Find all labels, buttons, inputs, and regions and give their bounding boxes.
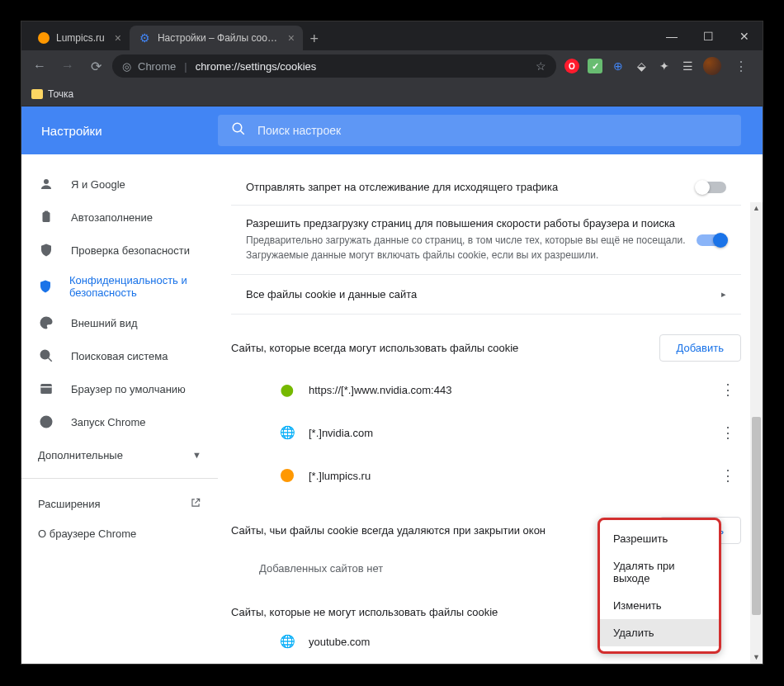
external-link-icon: [190, 497, 201, 511]
browser-icon: [38, 381, 54, 396]
globe-icon: 🌐: [279, 633, 295, 650]
all-cookies-label: Все файлы cookie и данные сайта: [246, 288, 417, 300]
context-menu: Разрешить Удалять при выходе Изменить Уд…: [597, 518, 721, 654]
bookmark-star-icon[interactable]: ☆: [536, 59, 546, 73]
scroll-down-arrow[interactable]: ▼: [750, 651, 763, 664]
dnt-toggle[interactable]: [697, 182, 726, 193]
sidebar-item-privacy[interactable]: Конфиденциальность и безопасность: [21, 267, 218, 306]
sidebar-item-label: Я и Google: [71, 178, 125, 191]
setting-text: Отправлять запрет на отслеживание для ис…: [246, 181, 697, 193]
svg-point-5: [40, 350, 50, 359]
vertical-scrollbar[interactable]: ▲ ▼: [750, 202, 763, 664]
cube-extension-icon[interactable]: ⬙: [634, 59, 649, 73]
minimize-button[interactable]: —: [654, 21, 690, 50]
chrome-icon: ◎: [122, 60, 131, 73]
adguard-extension-icon[interactable]: ✓: [588, 59, 602, 73]
extensions-menu-icon[interactable]: ✦: [657, 59, 672, 73]
sidebar-item-startup[interactable]: Запуск Chrome: [21, 405, 218, 438]
omnibox[interactable]: ◎ Chrome | chrome://settings/cookies ☆: [112, 54, 556, 78]
new-tab-button[interactable]: +: [303, 27, 326, 50]
sidebar-item-default-browser[interactable]: Браузер по умолчанию: [21, 372, 218, 405]
svg-line-6: [48, 357, 52, 362]
opera-extension-icon[interactable]: O: [564, 59, 579, 73]
maximize-button[interactable]: ☐: [690, 21, 726, 50]
shield-icon: [38, 279, 53, 294]
sidebar-item-google[interactable]: Я и Google: [21, 168, 218, 201]
sidebar-about-label: О браузере Chrome: [38, 528, 136, 540]
tab-favicon-orange: [38, 32, 50, 44]
tab-close-icon[interactable]: ×: [288, 31, 295, 45]
site-more-button[interactable]: ⋮: [715, 419, 741, 446]
scroll-thumb[interactable]: [752, 417, 761, 615]
back-button[interactable]: ←: [28, 54, 51, 78]
shield-check-icon: [38, 243, 54, 258]
close-button[interactable]: ✕: [726, 21, 763, 50]
page-title: Настройки: [21, 124, 218, 138]
preload-toggle[interactable]: [697, 234, 726, 246]
sidebar-advanced-label: Дополнительные: [38, 449, 123, 461]
sidebar-item-autofill[interactable]: Автозаполнение: [21, 201, 218, 234]
tab-strip: Lumpics.ru × ⚙ Настройки – Файлы cookie …: [21, 21, 654, 50]
sidebar-item-label: Браузер по умолчанию: [71, 383, 186, 395]
search-icon: [231, 121, 246, 140]
person-icon: [38, 177, 54, 192]
all-cookies-link[interactable]: Все файлы cookie и данные сайта ▸: [231, 275, 741, 315]
site-url: [*.]lumpics.ru: [309, 470, 701, 482]
scroll-up-arrow[interactable]: ▲: [750, 202, 763, 215]
section-title: Сайты, чьи файлы cookie всегда удаляются…: [231, 524, 545, 537]
site-row: ⬤ https://[*.]www.nvidia.com:443 ⋮: [231, 368, 741, 411]
sidebar-item-label: Запуск Chrome: [71, 416, 146, 428]
section-allow: Сайты, которые всегда могут использовать…: [231, 334, 741, 497]
search-settings[interactable]: [218, 115, 741, 146]
globe-extension-icon[interactable]: ⊕: [611, 59, 626, 73]
tab-favicon-gear: ⚙: [139, 32, 151, 44]
profile-avatar[interactable]: [703, 57, 721, 75]
section-title: Сайты, которые всегда могут использовать…: [231, 342, 518, 354]
sidebar-footer: Расширения О браузере Chrome: [21, 489, 218, 548]
sidebar-advanced[interactable]: Дополнительные ▼: [21, 438, 218, 471]
site-row: [*.]lumpics.ru ⋮: [231, 454, 741, 497]
site-more-button[interactable]: ⋮: [715, 462, 741, 489]
bookmarks-bar: Точка: [21, 82, 763, 106]
settings-page: Настройки Я и Google Автозаполнение: [21, 106, 763, 664]
site-more-button[interactable]: ⋮: [715, 376, 741, 403]
svg-rect-3: [43, 212, 50, 222]
nvidia-icon: ⬤: [279, 381, 295, 398]
power-icon: [38, 414, 54, 429]
ctx-delete[interactable]: Удалить: [600, 619, 719, 646]
ctx-allow[interactable]: Разрешить: [600, 525, 719, 552]
chrome-menu-icon[interactable]: ⋮: [730, 59, 753, 74]
sidebar-extensions-label: Расширения: [38, 498, 101, 510]
reading-list-icon[interactable]: ☰: [680, 59, 695, 73]
reload-button[interactable]: ⟳: [84, 54, 107, 78]
bookmark-folder[interactable]: Точка: [31, 88, 73, 100]
settings-header: Настройки: [21, 106, 763, 154]
folder-icon: [31, 89, 43, 99]
sidebar-item-search[interactable]: Поисковая система: [21, 339, 218, 372]
tab-lumpics[interactable]: Lumpics.ru ×: [28, 26, 130, 50]
site-favicon: [279, 467, 295, 484]
sidebar: Я и Google Автозаполнение Проверка безоп…: [21, 154, 218, 664]
omnibox-url: chrome://settings/cookies: [196, 60, 317, 73]
sidebar-item-safety[interactable]: Проверка безопасности: [21, 234, 218, 267]
bookmark-folder-label: Точка: [48, 88, 73, 100]
ctx-delete-on-exit[interactable]: Удалять при выходе: [600, 552, 719, 592]
ctx-edit[interactable]: Изменить: [600, 592, 719, 619]
sidebar-item-appearance[interactable]: Внешний вид: [21, 306, 218, 339]
section-title: Сайты, которые не могут использовать фай…: [231, 606, 498, 618]
tab-settings[interactable]: ⚙ Настройки – Файлы cookie и др ×: [130, 26, 303, 50]
sidebar-about[interactable]: О браузере Chrome: [21, 518, 218, 548]
setting-dnt: Отправлять запрет на отслеживание для ис…: [231, 174, 741, 206]
add-allow-button[interactable]: Добавить: [659, 334, 741, 362]
sidebar-item-label: Проверка безопасности: [71, 244, 190, 257]
search-input[interactable]: [257, 124, 728, 137]
search-wrap: [218, 115, 763, 146]
sidebar-extensions[interactable]: Расширения: [21, 489, 218, 518]
tab-title: Настройки – Файлы cookie и др: [158, 32, 278, 44]
site-row: 🌐 [*.]nvidia.com ⋮: [231, 411, 741, 454]
setting-preload: Разрешить предзагрузку страниц для повыш…: [231, 206, 741, 275]
search-icon: [38, 348, 54, 363]
forward-button[interactable]: →: [56, 54, 79, 78]
tab-close-icon[interactable]: ×: [115, 31, 121, 45]
chevron-right-icon: ▸: [721, 289, 726, 300]
